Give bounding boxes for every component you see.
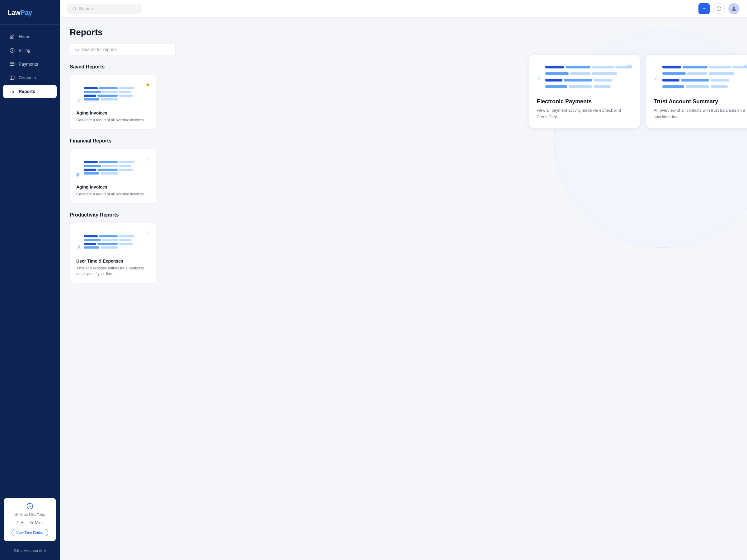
financial-reports-section: Financial Reports $ ☆ — [70, 138, 737, 204]
svg-point-12 — [733, 6, 735, 9]
overlay-card-title: Electronic Payments — [537, 98, 633, 105]
overlay-card-trust-account[interactable]: ☆ ☆ Trust Account Summary An overview of… — [646, 55, 747, 128]
svg-point-9 — [73, 7, 76, 10]
timer-button[interactable] — [713, 3, 725, 14]
productivity-reports-section: Productivity Reports — [70, 212, 737, 283]
sidebar-item-label: Billing — [19, 48, 30, 53]
svg-point-15 — [78, 246, 79, 247]
card-illustration: ☆ ☆ — [654, 62, 747, 93]
sidebar-item-payments[interactable]: Payments — [3, 58, 57, 71]
card-desc: Generate a report of all overdue invoice… — [76, 191, 150, 197]
favorite-star[interactable]: ☆ — [145, 229, 150, 236]
report-card-user-time-expenses[interactable]: ☆ User Time & Expenses Time and expense … — [70, 223, 157, 283]
sidebar-item-contacts[interactable]: Contacts — [3, 71, 57, 84]
global-search[interactable]: Search — [67, 4, 142, 14]
reports-search-icon — [75, 47, 79, 52]
financial-reports-grid: $ ☆ Aging Invoices Generate a report of … — [70, 149, 737, 204]
search-placeholder: Search — [79, 6, 93, 11]
svg-rect-1 — [10, 62, 14, 65]
payments-icon — [9, 61, 15, 67]
avatar[interactable] — [728, 3, 740, 14]
view-time-entries-button[interactable]: View Time Entries — [11, 529, 48, 536]
sidebar-item-label: Home — [19, 34, 30, 39]
report-card-aging-invoices-saved[interactable]: ☆ ★ Aging Invoices Generate a report of … — [70, 75, 157, 129]
card-illustration: ☆ ☆ — [537, 62, 633, 93]
billing-icon — [9, 48, 15, 53]
clock-icon — [9, 503, 51, 511]
sidebar: LawPay Home Billing Payments Contacts — [0, 0, 60, 560]
card-title: User Time & Expenses — [76, 259, 150, 264]
card-title: Aging Invoices — [76, 110, 150, 115]
overlay-card-electronic-payments[interactable]: ☆ ☆ Electronic Payments View all payment… — [529, 55, 640, 128]
favorite-star[interactable]: ☆ — [145, 155, 150, 162]
card-desc: Time and expense entries for a particula… — [76, 265, 150, 276]
card-illustration: ☆ ★ — [76, 81, 150, 106]
reports-icon — [9, 89, 15, 94]
card-illustration: ☆ — [76, 229, 150, 254]
topbar-actions: + — [698, 3, 740, 14]
report-card-aging-invoices-financial[interactable]: $ ☆ Aging Invoices Generate a report of … — [70, 149, 157, 204]
person-badge-icon — [76, 245, 81, 252]
sidebar-item-label: Payments — [19, 61, 38, 66]
svg-line-14 — [78, 50, 79, 51]
add-button[interactable]: + — [698, 3, 710, 14]
star-badge-icon: ☆ — [537, 74, 543, 82]
overlay-cards: ☆ ☆ Electronic Payments View all payment… — [529, 55, 741, 128]
sidebar-item-reports[interactable]: Reports — [3, 85, 57, 98]
favorite-star[interactable]: ☆ — [743, 62, 747, 70]
productivity-reports-grid: ☆ User Time & Expenses Time and expense … — [70, 223, 737, 283]
app-name: LawPay — [7, 9, 52, 17]
sidebar-bottom: My Hours Billed Today 4 Hr 45 Mins View … — [0, 493, 60, 560]
favorite-star[interactable]: ☆ — [626, 62, 633, 70]
svg-rect-3 — [10, 76, 14, 80]
card-title: Aging Invoices — [76, 185, 150, 189]
main-content: Search + — [60, 0, 747, 560]
content-area: ☆ ☆ Electronic Payments View all payment… — [60, 18, 747, 560]
sidebar-item-label: Reports — [19, 89, 35, 94]
search-icon — [72, 6, 77, 11]
sidebar-item-home[interactable]: Home — [3, 30, 57, 43]
productivity-reports-title: Productivity Reports — [70, 212, 737, 218]
topbar: Search + — [60, 0, 747, 18]
logo: LawPay — [0, 0, 60, 25]
contacts-icon — [9, 75, 15, 81]
favorite-star[interactable]: ★ — [145, 81, 150, 88]
sidebar-nav: Home Billing Payments Contacts Reports — [0, 25, 60, 493]
hours-card: My Hours Billed Today 4 Hr 45 Mins View … — [4, 498, 56, 541]
star-badge-icon: ☆ — [76, 97, 81, 104]
reports-search-placeholder: Search for reports — [82, 47, 117, 52]
hours-label: My Hours Billed Today — [9, 513, 51, 516]
svg-point-13 — [76, 48, 78, 51]
financial-reports-title: Financial Reports — [70, 138, 737, 144]
reports-search[interactable]: Search for reports — [70, 44, 176, 55]
card-illustration: $ ☆ — [76, 155, 150, 180]
svg-line-10 — [75, 9, 76, 10]
hours-value: 4 Hr 45 Mins — [9, 518, 51, 526]
sidebar-item-billing[interactable]: Billing — [3, 44, 57, 57]
overlay-card-desc: An overview of all contacts with trust b… — [654, 107, 747, 121]
home-icon — [9, 34, 15, 39]
star-badge-icon: ☆ — [654, 74, 660, 82]
dollar-badge-icon: $ — [76, 172, 79, 178]
overlay-card-desc: View all payment activity made via eChec… — [537, 107, 633, 121]
page-title: Reports — [70, 27, 737, 37]
sidebar-item-label: Contacts — [19, 75, 36, 80]
feedback-text[interactable]: Tell us what you think — [4, 546, 56, 555]
card-desc: Generate a report of all overdue invoice… — [76, 117, 150, 123]
overlay-card-title: Trust Account Summary — [654, 98, 747, 105]
